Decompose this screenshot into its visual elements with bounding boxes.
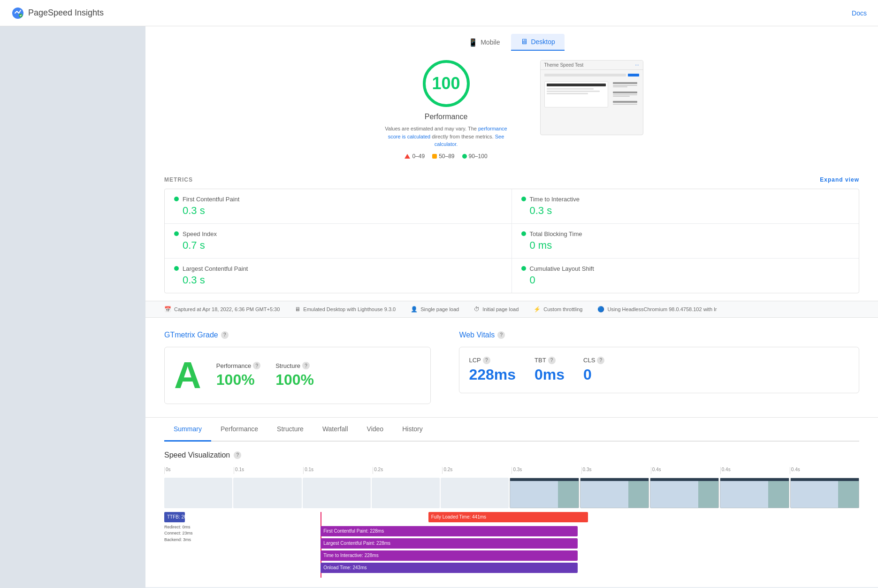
left-sidebar (0, 26, 145, 588)
frame-0 (164, 478, 232, 508)
onload-bar: Onload Time: 243ms (321, 563, 578, 573)
capture-browser-text: Using HeadlessChromium 98.0.4758.102 wit… (607, 306, 717, 312)
grade-card: A Performance ? 100% (164, 347, 431, 404)
throttle-icon: ⚡ (534, 306, 541, 313)
psi-panel: 📱 Mobile 🖥 Desktop 100 Performance Value… (145, 26, 878, 318)
score-section: 100 Performance Values are estimated and… (145, 51, 878, 169)
capture-device-text: Emulated Desktop with Lighthouse 9.3.0 (303, 306, 396, 312)
capture-throttling-text: Custom throttling (543, 306, 582, 312)
legend-average-label: 50–89 (439, 153, 454, 160)
docs-link[interactable]: Docs (852, 9, 867, 17)
lcp-dot (174, 266, 179, 271)
capture-page-load: ⏱ Initial page load (474, 306, 519, 313)
vital-tbt-label: TBT ? (534, 357, 565, 364)
metrics-heading: METRICS (164, 176, 193, 183)
expand-view-link[interactable]: Expand view (820, 176, 859, 183)
tick-0s: 0s (164, 467, 234, 474)
tick-03b: 0.3s (581, 467, 651, 474)
gtmetrix-question-mark[interactable]: ? (221, 331, 229, 339)
score-number: 100 (432, 74, 460, 93)
tab-video[interactable]: Video (358, 418, 393, 442)
metric-lcp: Largest Contentful Paint 0.3 s (165, 259, 512, 293)
desktop-icon: 🖥 (520, 38, 528, 46)
lcp-bar: Largest Contentful Paint: 228ms (321, 538, 578, 549)
si-dot (174, 231, 179, 236)
tti-bar: Time to Interactive: 228ms (321, 550, 578, 561)
frame-1 (233, 478, 301, 508)
tick-03: 0.3s (512, 467, 581, 474)
device-tabs: 📱 Mobile 🖥 Desktop (145, 26, 878, 51)
tbt-question-mark[interactable]: ? (548, 357, 556, 364)
lcp-question-mark[interactable]: ? (483, 357, 490, 364)
tab-performance[interactable]: Performance (211, 418, 267, 442)
cls-question-mark[interactable]: ? (597, 357, 604, 364)
ttfb-detail: Redirect: 0ms Connect: 23ms Backend: 3ms (164, 524, 193, 543)
frames-row (164, 478, 859, 508)
score-desc: Values are estimated and may vary. The p… (381, 125, 512, 148)
vital-lcp-label: LCP ? (469, 357, 516, 364)
main-layout: 📱 Mobile 🖥 Desktop 100 Performance Value… (0, 26, 878, 588)
gtmetrix-header: GTmetrix Grade ? A Performance ? 100% (164, 331, 859, 404)
speed-viz-section: Speed Visualization ? 0s 0.1s 0.1s 0.2s … (145, 442, 878, 587)
onload-timing-label: Onload Time: 243ms (323, 565, 366, 570)
frame-6 (580, 478, 649, 508)
legend-average: 50–89 (432, 153, 454, 160)
tbt-label: Total Blocking Time (530, 230, 582, 237)
tab-history[interactable]: History (393, 418, 432, 442)
capture-page-load-text: Initial page load (482, 306, 519, 312)
frame-7 (650, 478, 719, 508)
fcp-timing-label: First Contentful Paint: 228ms (323, 528, 384, 534)
right-content: 📱 Mobile 🖥 Desktop 100 Performance Value… (145, 26, 878, 588)
tick-04c: 0.4s (790, 467, 859, 474)
vital-tbt-value: 0ms (534, 366, 565, 383)
average-icon (432, 154, 437, 159)
grade-performance-value: 100% (216, 371, 260, 389)
tbt-value: 0 ms (521, 239, 850, 252)
gtmetrix-title-text: GTmetrix Grade (164, 331, 218, 339)
performance-question-mark[interactable]: ? (253, 362, 260, 369)
structure-question-mark[interactable]: ? (302, 362, 310, 369)
fcp-value: 0.3 s (174, 205, 502, 217)
capture-date-text: Captured at Apr 18, 2022, 6:36 PM GMT+5:… (174, 306, 280, 312)
metric-tbt: Total Blocking Time 0 ms (512, 224, 859, 259)
tabs-list: Summary Performance Structure Waterfall … (164, 418, 859, 442)
redirect-info: Redirect: 0ms (164, 524, 193, 531)
perf-score-link[interactable]: performance score is calculated (388, 126, 507, 139)
cls-dot (521, 266, 526, 271)
metric-fcp: First Contentful Paint 0.3 s (165, 189, 512, 224)
backend-info: Backend: 3ms (164, 537, 193, 543)
capture-browser: 🔵 Using HeadlessChromium 98.0.4758.102 w… (597, 306, 717, 313)
capture-throttling: ⚡ Custom throttling (534, 306, 582, 313)
si-value: 0.7 s (174, 239, 502, 252)
frame-8 (720, 478, 789, 508)
gtmetrix-grade-block: GTmetrix Grade ? A Performance ? 100% (164, 331, 431, 404)
vital-lcp: LCP ? 228ms (469, 357, 516, 383)
grade-performance: Performance ? 100% (216, 362, 260, 389)
tab-structure[interactable]: Structure (267, 418, 313, 442)
tab-summary[interactable]: Summary (164, 418, 211, 442)
vital-tbt: TBT ? 0ms (534, 357, 565, 383)
speed-viz-title-text: Speed Visualization (164, 451, 230, 459)
capture-load-type-text: Single page load (420, 306, 459, 312)
web-vitals-question-mark[interactable]: ? (497, 331, 505, 339)
web-vitals-title-text: Web Vitals (459, 331, 495, 339)
web-vitals-block: Web Vitals ? LCP ? 228ms (459, 331, 859, 393)
calculator-link[interactable]: See calculator. (435, 134, 504, 147)
legend-fail-label: 0–49 (412, 153, 425, 160)
gtmetrix-grade-title: GTmetrix Grade ? (164, 331, 431, 339)
speed-viz-question-mark[interactable]: ? (234, 451, 241, 459)
tab-waterfall[interactable]: Waterfall (313, 418, 358, 442)
fully-loaded-label: Fully Loaded Time: 441ms (431, 514, 486, 519)
mobile-tab-label: Mobile (481, 38, 500, 46)
grade-structure-value: 100% (275, 371, 314, 389)
tab-mobile[interactable]: 📱 Mobile (459, 34, 509, 51)
web-vitals-title: Web Vitals ? (459, 331, 859, 339)
tab-desktop[interactable]: 🖥 Desktop (511, 34, 564, 51)
topbar: PageSpeed Insights Docs (0, 0, 878, 26)
capture-date: 📅 Captured at Apr 18, 2022, 6:36 PM GMT+… (164, 306, 280, 313)
ttfb-bar: TTFB: 26ms (164, 512, 185, 522)
score-legend: 0–49 50–89 90–100 (405, 153, 487, 160)
legend-good: 90–100 (462, 153, 488, 160)
screenshot-header: Theme Speed Test ··· (541, 61, 643, 70)
tabs-section: Summary Performance Structure Waterfall … (145, 418, 878, 442)
